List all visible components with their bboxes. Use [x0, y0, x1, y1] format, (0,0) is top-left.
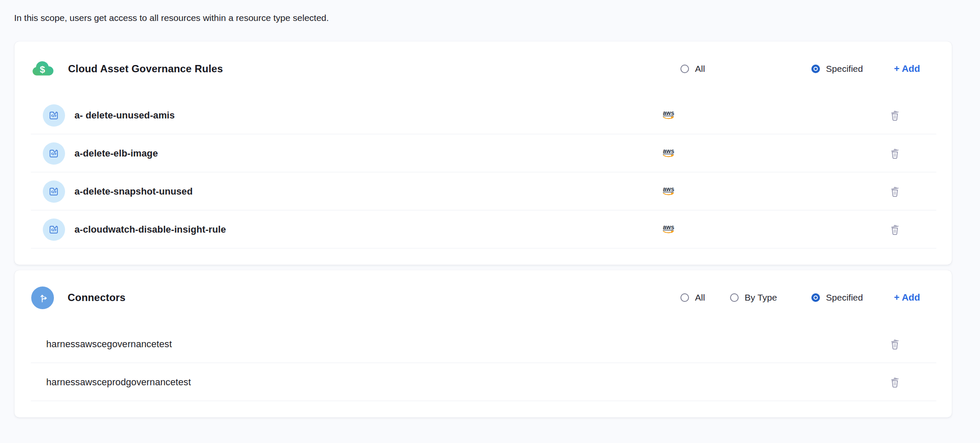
- svg-text:aws: aws: [663, 109, 674, 116]
- connectors-card: Connectors All By Type Specified + Add h…: [15, 270, 952, 417]
- connectors-card-title: Connectors: [68, 292, 125, 304]
- connectors-card-header: Connectors All By Type Specified + Add: [15, 270, 952, 325]
- governance-rule-row: a- delete-unused-amis aws: [15, 96, 952, 134]
- rule-script-icon: [43, 142, 65, 165]
- rule-script-icon: [43, 104, 65, 127]
- rule-script-icon: [43, 180, 65, 203]
- delete-rule-button[interactable]: [890, 109, 900, 121]
- connector-name: harnessawsceprodgovernancetest: [43, 377, 890, 388]
- rule-name: a-cloudwatch-disable-insight-rule: [74, 224, 659, 235]
- connector-row: harnessawscegovernancetest: [15, 325, 952, 363]
- governance-scope-options: All Specified + Add: [680, 63, 920, 74]
- governance-option-specified[interactable]: Specified: [811, 64, 894, 74]
- rule-name: a-delete-elb-image: [74, 148, 659, 159]
- cloud-dollar-icon: $: [31, 59, 54, 78]
- rule-name: a-delete-snapshot-unused: [74, 186, 659, 197]
- delete-rule-button[interactable]: [890, 186, 900, 198]
- radio-specified-label[interactable]: Specified: [826, 292, 863, 303]
- delete-connector-button[interactable]: [890, 376, 900, 388]
- rule-name: a- delete-unused-amis: [74, 110, 659, 121]
- governance-card-title: Cloud Asset Governance Rules: [68, 63, 223, 75]
- connectors-option-by-type[interactable]: By Type: [730, 292, 811, 303]
- rule-script-icon: [43, 219, 65, 241]
- governance-rule-row: a-delete-snapshot-unused aws: [15, 172, 952, 210]
- aws-logo: aws: [659, 148, 890, 159]
- connectors-add-button[interactable]: + Add: [894, 292, 920, 303]
- governance-add-button[interactable]: + Add: [894, 63, 920, 74]
- scope-description: In this scope, users get access to all r…: [0, 0, 980, 23]
- radio-by-type-label[interactable]: By Type: [745, 292, 777, 303]
- svg-text:aws: aws: [663, 186, 674, 192]
- delete-connector-button[interactable]: [890, 338, 900, 350]
- connector-name: harnessawscegovernancetest: [43, 339, 890, 350]
- connectors-scope-options: All By Type Specified + Add: [680, 292, 920, 303]
- radio-specified[interactable]: [811, 65, 820, 73]
- aws-logo: aws: [659, 186, 890, 197]
- radio-all-label[interactable]: All: [695, 292, 705, 303]
- radio-all[interactable]: [680, 65, 689, 73]
- connectors-option-specified[interactable]: Specified: [811, 292, 894, 303]
- governance-rule-row: a-cloudwatch-disable-insight-rule aws: [15, 210, 952, 248]
- governance-rules-card: $ Cloud Asset Governance Rules All Speci…: [15, 41, 952, 265]
- connectors-option-all[interactable]: All: [680, 292, 730, 303]
- connector-fork-icon: [31, 286, 54, 309]
- radio-specified[interactable]: [811, 293, 820, 302]
- governance-card-header: $ Cloud Asset Governance Rules All Speci…: [15, 41, 952, 96]
- delete-rule-button[interactable]: [890, 148, 900, 159]
- radio-specified-label[interactable]: Specified: [826, 64, 863, 74]
- radio-by-type[interactable]: [730, 293, 739, 302]
- radio-all[interactable]: [680, 293, 689, 302]
- connector-row: harnessawsceprodgovernancetest: [15, 363, 952, 401]
- aws-logo: aws: [659, 224, 890, 235]
- svg-text:aws: aws: [663, 224, 674, 230]
- svg-text:aws: aws: [663, 148, 674, 154]
- svg-text:$: $: [40, 64, 45, 75]
- governance-rule-row: a-delete-elb-image aws: [15, 134, 952, 172]
- aws-logo: aws: [659, 109, 890, 121]
- radio-all-label[interactable]: All: [695, 64, 705, 74]
- governance-option-all[interactable]: All: [680, 64, 730, 74]
- delete-rule-button[interactable]: [890, 224, 900, 236]
